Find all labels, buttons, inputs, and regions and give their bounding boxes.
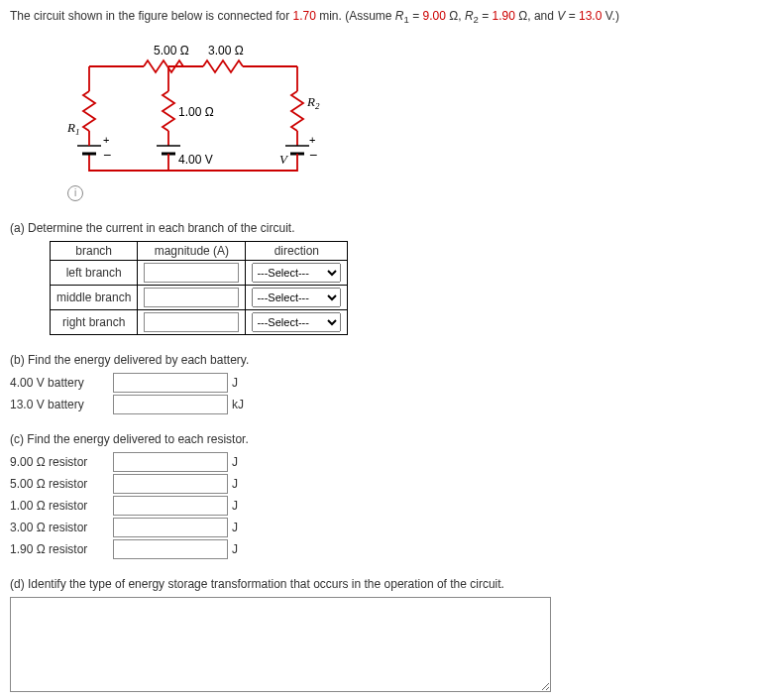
battery-13v-label-row: 13.0 V battery [10,398,109,411]
svg-text:+: + [309,134,315,146]
battery-4v-input[interactable] [113,373,228,393]
middle-branch-magnitude[interactable] [144,288,239,307]
battery-4v-label-row: 4.00 V battery [10,376,109,390]
left-branch-magnitude[interactable] [144,263,239,283]
r-3ohm-input[interactable] [113,518,228,537]
left-branch-direction[interactable]: ---Select--- [252,263,341,283]
r-3ohm-label: 3.00 Ω [208,44,244,58]
table-row: right branch ---Select--- [51,309,348,334]
part-d-question: (d) Identify the type of energy storage … [10,577,757,591]
r-1ohm-label: 1.00 Ω [178,105,214,119]
r-5ohm-input[interactable] [113,474,228,494]
part-b-question: (b) Find the energy delivered by each ba… [10,353,757,367]
svg-text:−: − [309,147,317,163]
r-1ohm-input[interactable] [113,496,228,516]
problem-statement: The circuit shown in the figure below is… [10,8,757,27]
part-a-question: (a) Determine the current in each branch… [10,221,757,235]
battery-4v-label: 4.00 V [178,153,213,167]
right-branch-direction[interactable]: ---Select--- [252,312,341,332]
right-branch-magnitude[interactable] [144,312,239,332]
r-1.9ohm-input[interactable] [113,539,228,559]
table-row: middle branch ---Select--- [51,285,348,309]
r-5ohm-label: 5.00 Ω [154,44,189,58]
svg-text:+: + [103,134,109,146]
info-icon[interactable]: i [67,185,83,201]
table-row: left branch ---Select--- [51,260,348,285]
battery-v-label: V [279,152,289,167]
svg-text:R2: R2 [306,94,320,111]
svg-text:R1: R1 [66,120,79,137]
circuit-figure: 5.00 Ω 3.00 Ω 1.00 Ω R1 R2 4.00 V V + − … [59,37,357,201]
svg-text:−: − [103,147,111,163]
part-d-textarea[interactable] [10,597,551,692]
battery-13v-input[interactable] [113,395,228,414]
part-c-question: (c) Find the energy delivered to each re… [10,432,757,446]
r-9ohm-input[interactable] [113,452,228,472]
branch-table: branch magnitude (A) direction left bran… [50,241,348,335]
middle-branch-direction[interactable]: ---Select--- [252,288,341,307]
